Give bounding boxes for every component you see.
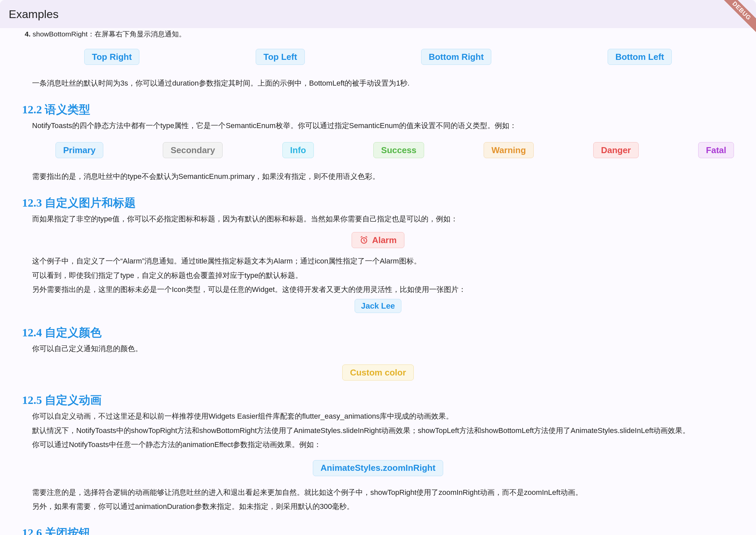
semantic-buttons-row: Primary Secondary Info Success Warning D… <box>22 142 734 158</box>
appbar: Examples <box>0 0 756 28</box>
bottom-right-button[interactable]: Bottom Right <box>421 49 492 65</box>
section-12-5-p3: 你可以通过NotifyToasts中任意一个静态方法的animationEffe… <box>22 438 734 451</box>
warning-button[interactable]: Warning <box>484 142 533 158</box>
list-index: 4. <box>25 30 31 38</box>
section-12-3-title: 12.3 自定义图片和标题 <box>22 195 734 211</box>
custom-color-button[interactable]: Custom color <box>342 364 414 381</box>
list-text: showBottomRight：在屏幕右下角显示消息通知。 <box>33 30 186 38</box>
success-button[interactable]: Success <box>373 142 424 158</box>
section-12-2-title: 12.2 语义类型 <box>22 102 734 117</box>
section-12-6-title: 12.6 关闭按钮 <box>22 525 734 535</box>
custom-color-button-row: Custom color <box>22 364 734 381</box>
position-buttons-row: Top Right Top Left Bottom Right Bottom L… <box>22 49 734 65</box>
fatal-button[interactable]: Fatal <box>698 142 734 158</box>
section-12-3-p2: 这个例子中，自定义了一个“Alarm”消息通知。通过title属性指定标题文本为… <box>22 255 734 268</box>
section-12-5-p2: 默认情况下，NotifyToasts中的showTopRight方法和showB… <box>22 424 734 437</box>
zoom-in-right-button[interactable]: AnimateStyles.zoomInRight <box>313 460 443 476</box>
danger-button[interactable]: Danger <box>593 142 639 158</box>
jacklee-button-row: Jack Lee <box>22 299 734 313</box>
page-content: 4.showBottomRight：在屏幕右下角显示消息通知。 Top Righ… <box>0 29 756 535</box>
paragraph-semantic-note: 需要指出的是，消息吐丝中的type不会默认为SemanticEnum.prima… <box>22 170 734 183</box>
section-12-3-p4: 另外需要指出的是，这里的图标未必是一个Icon类型，可以是任意的Widget。这… <box>22 283 734 296</box>
section-12-3-p1: 而如果指定了非空的type值，你可以不必指定图标和标题，因为有默认的图标和标题。… <box>22 213 734 226</box>
alarm-button-row: Alarm <box>22 232 734 248</box>
top-right-button[interactable]: Top Right <box>84 49 139 65</box>
section-12-4-p1: 你可以自己定义通知消息的颜色。 <box>22 342 734 355</box>
section-12-5-p1: 你可以自定义动画，不过这里还是和以前一样推荐使用Widgets Easier组件… <box>22 410 734 423</box>
info-button[interactable]: Info <box>282 142 314 158</box>
top-left-button[interactable]: Top Left <box>256 49 305 65</box>
section-12-4-title: 12.4 自定义颜色 <box>22 325 734 340</box>
alarm-button-label: Alarm <box>372 235 397 245</box>
appbar-title: Examples <box>9 8 58 21</box>
zoom-button-row: AnimateStyles.zoomInRight <box>22 460 734 476</box>
section-12-3-p3: 可以看到，即使我们指定了type，自定义的标题也会覆盖掉对应于type的默认标题… <box>22 269 734 282</box>
section-12-5-p5: 另外，如果有需要，你可以通过animationDuration参数来指定。如未指… <box>22 500 734 513</box>
alarm-button[interactable]: Alarm <box>352 232 404 248</box>
paragraph-duration: 一条消息吐丝的默认时间为3s，你可以通过duration参数指定其时间。上面的示… <box>22 77 734 90</box>
secondary-button[interactable]: Secondary <box>163 142 223 158</box>
section-12-5-p4: 需要注意的是，选择符合逻辑的动画能够让消息吐丝的进入和退出看起来更加自然。就比如… <box>22 486 734 499</box>
alarm-icon <box>359 235 369 245</box>
section-12-2-p1: NotifyToasts的四个静态方法中都有一个type属性，它是一个Seman… <box>22 119 734 132</box>
section-12-5-title: 12.5 自定义动画 <box>22 393 734 408</box>
list-item-showBottomRight: 4.showBottomRight：在屏幕右下角显示消息通知。 <box>22 29 734 39</box>
jack-lee-button[interactable]: Jack Lee <box>355 299 401 313</box>
primary-button[interactable]: Primary <box>55 142 103 158</box>
bottom-left-button[interactable]: Bottom Left <box>608 49 672 65</box>
